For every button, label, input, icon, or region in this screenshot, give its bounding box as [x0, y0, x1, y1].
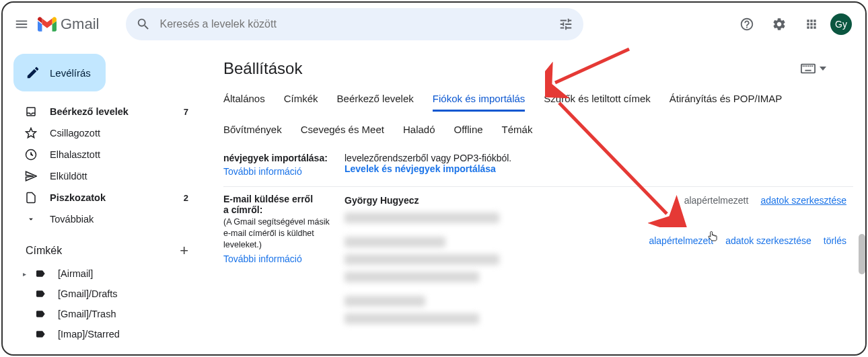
label-icon [34, 268, 47, 279]
nav-item-file[interactable]: Piszkozatok 2 [8, 187, 196, 208]
clock-icon [24, 149, 38, 161]
create-label-button[interactable]: + [180, 242, 188, 260]
chevron-down-icon [820, 67, 826, 71]
settings-tab[interactable]: Beérkező levelek [337, 93, 414, 112]
label-icon [34, 329, 47, 340]
redacted-text [345, 237, 445, 247]
redacted-text [345, 254, 499, 265]
search-icon [136, 17, 151, 32]
settings-tab[interactable]: Címkék [284, 93, 318, 112]
svg-rect-3 [805, 65, 806, 67]
sendas-sub: (A Gmail segítségével másik e-mail címér… [223, 216, 338, 251]
sendas-account-row: György Hugyecz alapértelmezett adatok sz… [345, 194, 853, 227]
redacted-text [345, 296, 425, 307]
search-bar[interactable] [126, 8, 583, 40]
apps-button[interactable] [798, 11, 825, 38]
nav-label: Beérkező levelek [50, 106, 184, 117]
tune-icon [558, 17, 573, 32]
settings-tab[interactable]: Bővítmények [223, 124, 282, 141]
keyboard-icon [801, 63, 816, 74]
settings-tab[interactable]: Általános [223, 93, 265, 112]
nav-count: 2 [184, 193, 188, 203]
import-head: névjegyek importálása: [223, 153, 338, 163]
chevron-right-icon: ▸ [23, 270, 31, 278]
svg-rect-7 [812, 65, 813, 67]
file-icon [24, 192, 38, 204]
nav-label: Piszkozatok [50, 192, 184, 203]
delete-link[interactable]: törlés [824, 235, 846, 246]
page-title: Beállítások [223, 59, 302, 78]
make-default-link[interactable]: alapértelmezett [649, 235, 713, 246]
hamburger-icon [14, 17, 29, 32]
main-panel: Beállítások ÁltalánosCímkékBeérkező leve… [205, 46, 865, 354]
nav-item-star[interactable]: Csillagozott [8, 122, 196, 144]
search-button[interactable] [130, 11, 157, 38]
support-button[interactable] [733, 11, 760, 38]
settings-tab[interactable]: Csevegés és Meet [301, 124, 384, 141]
nav-label: Elküldött [50, 171, 188, 182]
settings-tab[interactable]: Szűrők és letiltott címek [544, 93, 650, 112]
edit-info-link[interactable]: adatok szerkesztése [725, 235, 811, 246]
label-icon [34, 288, 47, 299]
nav-count: 7 [184, 107, 188, 117]
label-name: [Airmail] [58, 268, 93, 279]
settings-button[interactable] [766, 11, 793, 38]
label-item[interactable]: [Imap]/Starred [8, 324, 205, 344]
section-import-contacts: névjegyek importálása: További informáci… [223, 146, 853, 186]
avatar-initials: Gy [835, 19, 847, 30]
sendas-head2: a címről: [223, 204, 338, 215]
send-icon [24, 170, 38, 182]
redacted-text [345, 212, 499, 223]
sendas-head1: E-mail küldése erről [223, 194, 338, 204]
settings-tab[interactable]: Átirányítás és POP/IMAP [670, 93, 783, 112]
label-name: [Gmail]/Trash [58, 309, 116, 319]
svg-rect-8 [805, 70, 811, 71]
main-menu-button[interactable] [8, 11, 35, 38]
import-more-info[interactable]: További információ [223, 166, 302, 177]
pencil-icon [26, 65, 40, 80]
sidebar: Levélírás Beérkező levelek 7 Csillagozot… [3, 46, 205, 354]
help-icon [739, 17, 754, 32]
nav-label: Továbbiak [50, 214, 188, 225]
gmail-logo[interactable]: Gmail [38, 15, 99, 33]
label-item[interactable]: [Gmail]/Trash [8, 304, 205, 324]
gmail-logo-text: Gmail [61, 15, 99, 33]
nav-item-inbox[interactable]: Beérkező levelek 7 [8, 101, 196, 122]
input-tools-button[interactable] [801, 63, 826, 74]
search-input[interactable] [157, 18, 552, 30]
nav-item-clock[interactable]: Elhalasztott [8, 144, 196, 165]
nav-item-chev-down[interactable]: Továbbiak [8, 208, 196, 230]
svg-rect-6 [810, 65, 811, 67]
default-indicator: alapértelmezett [684, 195, 749, 206]
edit-info-link[interactable]: adatok szerkesztése [760, 195, 846, 206]
gear-icon [772, 17, 787, 32]
label-name: [Imap]/Starred [58, 329, 120, 340]
svg-rect-5 [808, 65, 809, 67]
label-item[interactable]: ▸ [Airmail] [8, 264, 205, 284]
redacted-text [345, 313, 479, 324]
settings-tab[interactable]: Offline [454, 124, 483, 141]
apps-icon [805, 17, 818, 31]
account-name: György Hugyecz [345, 195, 519, 206]
labels-heading: Címkék [26, 245, 62, 257]
import-action[interactable]: Levelek és névjegyek importálása [345, 163, 496, 174]
settings-tab[interactable]: Haladó [403, 124, 435, 141]
scrollbar-thumb[interactable] [859, 234, 865, 274]
gmail-m-icon [38, 17, 57, 32]
settings-tab[interactable]: Témák [502, 124, 533, 141]
sendas-more-info[interactable]: További információ [223, 253, 302, 264]
label-name: [Gmail]/Drafts [58, 288, 118, 299]
settings-tab[interactable]: Fiókok és importálás [433, 93, 526, 112]
inbox-icon [24, 106, 38, 118]
label-item[interactable]: [Gmail]/Drafts [8, 284, 205, 304]
nav-item-send[interactable]: Elküldött [8, 165, 196, 187]
compose-label: Levélírás [50, 67, 91, 79]
search-options-button[interactable] [552, 11, 579, 38]
compose-button[interactable]: Levélírás [13, 54, 106, 91]
import-desc: levelezőrendszerből vagy POP3-fiókból. [345, 153, 853, 163]
nav-label: Elhalasztott [50, 149, 188, 160]
chev-down-icon [24, 214, 38, 224]
star-icon [24, 127, 38, 139]
account-avatar[interactable]: Gy [830, 13, 852, 35]
sendas-account-row: alapértelmezett adatok szerkesztése törl… [345, 234, 853, 286]
